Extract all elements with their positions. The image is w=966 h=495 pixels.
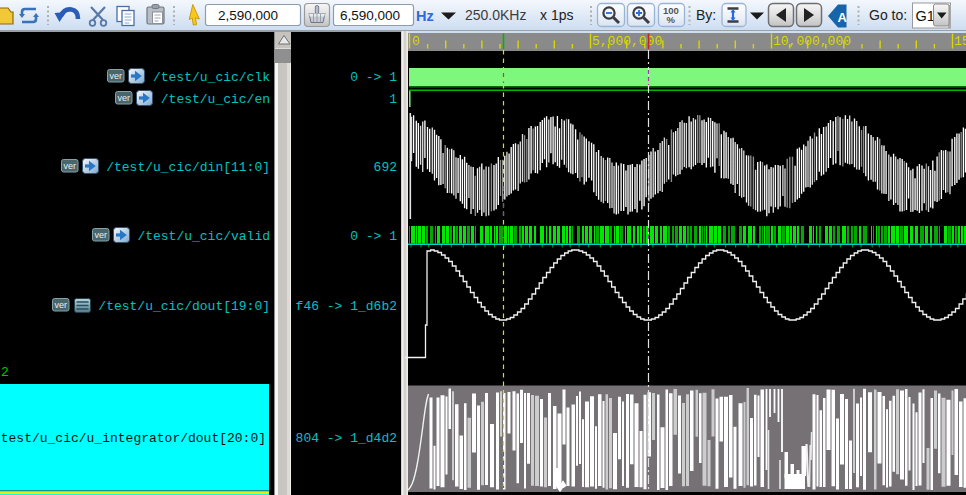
svg-text:10,000,000: 10,000,000 (773, 34, 851, 49)
svg-text:6,590,000: 6,590,000 (340, 8, 400, 23)
svg-text:0: 0 (412, 34, 420, 49)
svg-text:5,000,000: 5,000,000 (592, 34, 662, 49)
svg-text:15: 15 (954, 34, 966, 49)
svg-text:ver: ver (117, 93, 130, 103)
svg-text:ver: ver (54, 300, 67, 310)
svg-text:ver: ver (94, 230, 107, 240)
svg-text:2,590,000: 2,590,000 (218, 8, 278, 23)
svg-text:ver: ver (63, 161, 76, 171)
svg-text:ver: ver (109, 71, 122, 81)
